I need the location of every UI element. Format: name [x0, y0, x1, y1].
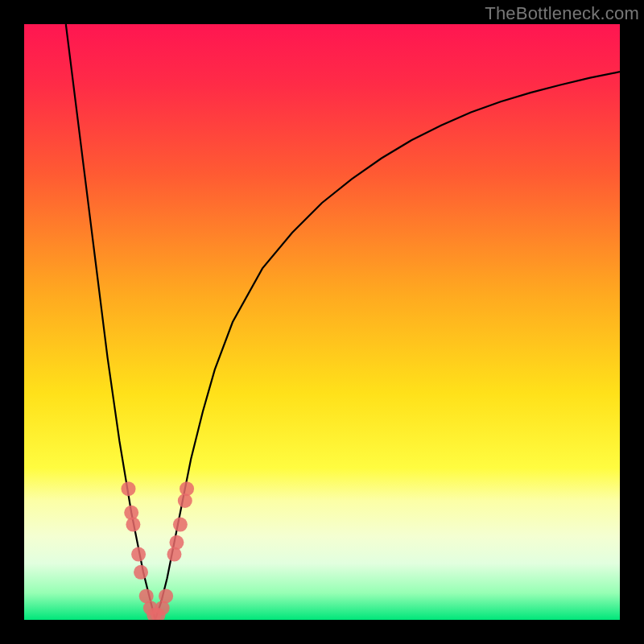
chart-frame: TheBottleneck.com: [0, 0, 644, 644]
marker-dot: [122, 481, 136, 496]
plot-area: [24, 24, 620, 620]
marker-dot: [134, 565, 148, 580]
marker-dot: [169, 535, 184, 550]
marker-dot: [173, 518, 188, 532]
marker-dot: [159, 588, 173, 603]
marker-dot: [131, 547, 146, 562]
marker-dot: [180, 481, 194, 496]
marker-dot: [126, 518, 140, 532]
watermark-text: TheBottleneck.com: [485, 3, 639, 24]
bottleneck-curve: [66, 24, 620, 620]
marker-dot: [167, 547, 181, 562]
chart-svg: [24, 24, 620, 620]
sample-markers: [122, 481, 195, 620]
